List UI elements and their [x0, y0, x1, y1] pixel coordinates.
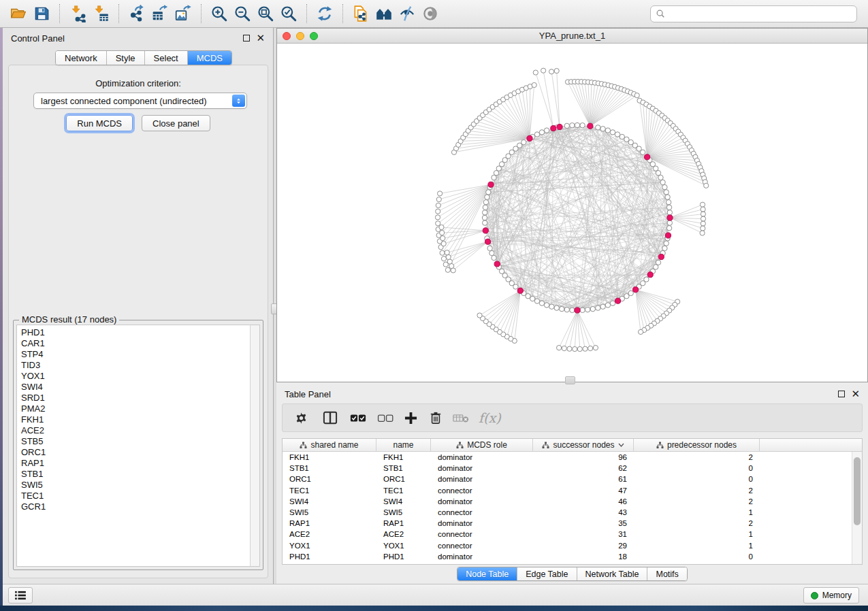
table-cell[interactable]: SWI4 — [283, 496, 376, 507]
mcds-result-item[interactable]: STB1 — [21, 469, 250, 480]
zoom-fit-button[interactable] — [254, 3, 277, 24]
table-cell[interactable]: STB1 — [376, 463, 431, 474]
table-row[interactable]: SWI4SWI4dominator462 — [283, 496, 852, 507]
table-cell[interactable]: YOX1 — [376, 540, 431, 551]
mcds-result-item[interactable]: TID3 — [21, 360, 250, 371]
table-cell[interactable]: ORC1 — [283, 474, 376, 484]
table-cell[interactable]: 0 — [634, 551, 760, 562]
hide-selected-button[interactable] — [396, 3, 419, 24]
table-cell[interactable]: SWI4 — [376, 496, 431, 507]
table-row[interactable]: SWI5SWI5connector431 — [283, 507, 852, 518]
mcds-result-item[interactable]: ORC1 — [21, 447, 250, 458]
column-header-predecessor-nodes[interactable]: predecessor nodes — [634, 439, 760, 451]
tab-mcds[interactable]: MCDS — [188, 51, 231, 65]
mcds-result-item[interactable]: RAP1 — [21, 458, 250, 469]
table-cell[interactable]: 0 — [634, 474, 760, 484]
table-scrollbar[interactable] — [852, 452, 862, 564]
mcds-result-item[interactable]: CAR1 — [21, 338, 250, 349]
import-table-button[interactable] — [89, 3, 112, 24]
export-table-button[interactable] — [148, 3, 172, 24]
table-cell[interactable]: RAP1 — [283, 518, 376, 529]
table-cell[interactable]: ORC1 — [376, 474, 431, 484]
mcds-result-item[interactable]: PMA2 — [21, 403, 250, 414]
first-neighbors-button[interactable] — [372, 3, 396, 24]
column-visibility-button[interactable] — [323, 408, 338, 428]
import-network-button[interactable] — [66, 3, 89, 24]
mcds-result-item[interactable]: FKH1 — [21, 414, 250, 425]
table-cell[interactable]: STB1 — [283, 463, 376, 474]
table-cell[interactable]: 1 — [634, 540, 760, 551]
table-row[interactable]: RAP1RAP1dominator352 — [283, 518, 852, 529]
table-cell[interactable]: 2 — [634, 496, 760, 507]
mcds-result-item[interactable]: PHD1 — [21, 327, 250, 338]
table-cell[interactable]: TEC1 — [283, 485, 376, 496]
table-cell[interactable]: 31 — [533, 529, 634, 540]
table-cell[interactable]: RAP1 — [376, 518, 431, 529]
close-panel-icon[interactable]: ✕ — [851, 391, 860, 397]
column-header-MCDS-role[interactable]: MCDS role — [431, 439, 533, 451]
column-header-shared-name[interactable]: shared name — [283, 439, 376, 451]
table-cell[interactable]: 1 — [634, 529, 760, 540]
mcds-result-item[interactable]: STP4 — [21, 349, 250, 360]
tab-style[interactable]: Style — [107, 51, 145, 65]
splitter-handle[interactable] — [565, 376, 575, 384]
zoom-selected-button[interactable] — [277, 3, 300, 24]
close-panel-button[interactable]: Close panel — [142, 115, 210, 131]
table-cell[interactable]: ACE2 — [283, 529, 376, 540]
zoom-out-button[interactable] — [231, 3, 254, 24]
table-cell[interactable]: ACE2 — [376, 529, 431, 540]
table-cell[interactable]: 2 — [634, 518, 760, 529]
table-cell[interactable]: dominator — [431, 452, 533, 463]
select-all-rows-button[interactable] — [350, 408, 366, 428]
table-cell[interactable]: connector — [431, 529, 533, 540]
memory-status-button[interactable]: Memory — [803, 587, 859, 604]
table-cell[interactable]: PHD1 — [376, 551, 431, 562]
table-row[interactable]: YOX1YOX1connector291 — [283, 540, 852, 551]
table-cell[interactable]: 46 — [533, 496, 634, 507]
tab-edge-table[interactable]: Edge Table — [517, 567, 577, 580]
float-panel-icon[interactable] — [838, 391, 845, 397]
mcds-result-item[interactable]: SRD1 — [21, 393, 250, 403]
table-cell[interactable]: 61 — [533, 474, 634, 484]
reapply-layout-button[interactable] — [313, 3, 336, 24]
tab-network[interactable]: Network — [56, 51, 107, 65]
table-cell[interactable]: 47 — [533, 485, 634, 496]
criterion-dropdown[interactable]: largest connected component (undirected) — [33, 93, 247, 109]
tab-select[interactable]: Select — [145, 51, 188, 65]
network-canvas[interactable] — [277, 44, 867, 382]
mcds-result-item[interactable]: GCR1 — [21, 501, 250, 512]
tab-motifs[interactable]: Motifs — [647, 567, 686, 580]
show-graphics-details-button[interactable] — [419, 3, 442, 24]
save-session-button[interactable] — [30, 3, 53, 24]
table-cell[interactable]: FKH1 — [376, 452, 431, 463]
deselect-all-rows-button[interactable] — [377, 408, 393, 428]
table-cell[interactable]: 96 — [533, 452, 634, 463]
mcds-list-scrollbar[interactable] — [250, 325, 260, 567]
export-network-button[interactable] — [125, 3, 148, 24]
mcds-result-item[interactable]: YOX1 — [21, 371, 250, 382]
table-cell[interactable]: connector — [431, 485, 533, 496]
table-cell[interactable]: TEC1 — [376, 485, 431, 496]
table-row[interactable]: ORC1ORC1dominator610 — [283, 474, 852, 484]
mcds-result-item[interactable]: SWI5 — [21, 480, 250, 491]
mcds-result-item[interactable]: TEC1 — [21, 491, 250, 501]
export-image-button[interactable] — [172, 3, 195, 24]
table-cell[interactable]: 2 — [634, 485, 760, 496]
run-mcds-button[interactable]: Run MCDS — [66, 115, 133, 131]
table-cell[interactable]: SWI5 — [376, 507, 431, 518]
mcds-result-item[interactable]: SWI4 — [21, 382, 250, 393]
delete-column-button[interactable] — [430, 408, 442, 428]
table-cell[interactable]: dominator — [431, 463, 533, 474]
float-panel-icon[interactable] — [243, 35, 250, 42]
table-cell[interactable]: 18 — [533, 551, 634, 562]
table-cell[interactable]: SWI5 — [283, 507, 376, 518]
scrollbar-thumb[interactable] — [854, 457, 861, 525]
column-header-name[interactable]: name — [376, 439, 431, 451]
zoom-in-button[interactable] — [208, 3, 231, 24]
table-cell[interactable]: FKH1 — [283, 452, 376, 463]
table-cell[interactable]: connector — [431, 540, 533, 551]
table-cell[interactable]: dominator — [431, 496, 533, 507]
table-settings-button[interactable] — [295, 408, 308, 428]
delete-table-button[interactable] — [453, 408, 469, 428]
table-cell[interactable]: 35 — [533, 518, 634, 529]
